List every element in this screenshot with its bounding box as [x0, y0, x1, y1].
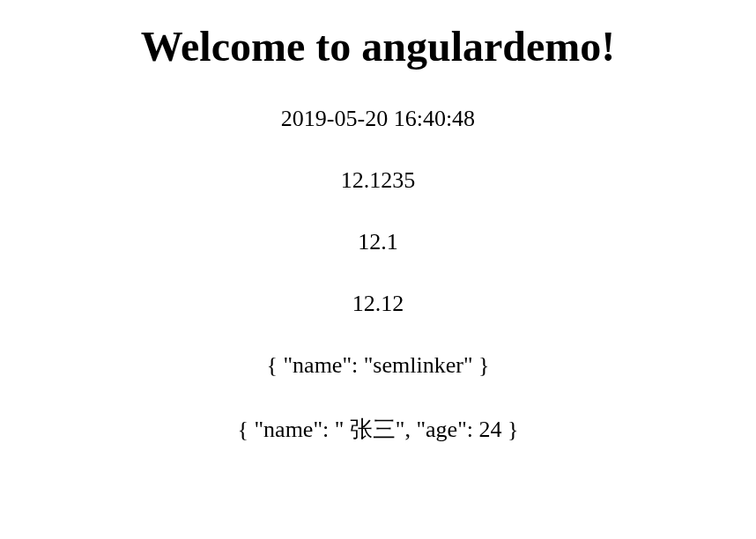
- json-text-2: { "name": " 张三", "age": 24 }: [0, 414, 756, 445]
- json-text-1: { "name": "semlinker" }: [0, 352, 756, 379]
- datetime-text: 2019-05-20 16:40:48: [0, 106, 756, 132]
- number-text-2: 12.1: [0, 229, 756, 255]
- number-text-3: 12.12: [0, 291, 756, 317]
- page-title: Welcome to angulardemo!: [0, 22, 756, 70]
- number-text-1: 12.1235: [0, 167, 756, 194]
